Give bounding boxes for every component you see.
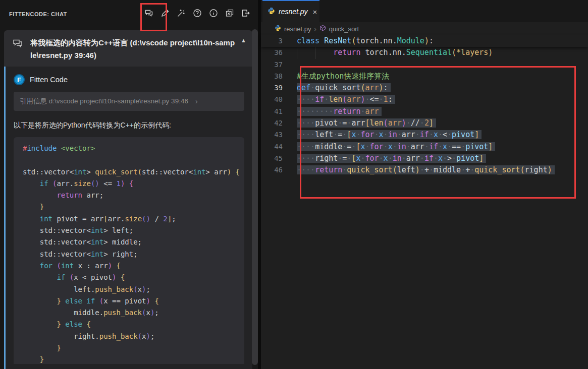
code-token: size <box>125 215 142 223</box>
indent-guide <box>315 47 315 58</box>
assistant-response-card: F Fitten Code 引用信息 d:\vscode project\l10… <box>4 67 252 369</box>
chat-scrollbar-thumb[interactable] <box>252 29 258 365</box>
breadcrumb-symbol[interactable]: quick_sort <box>329 25 359 33</box>
code-token: else <box>65 320 82 328</box>
code-token: 1 <box>117 179 121 188</box>
line-content: right.push_back(x); <box>22 331 154 342</box>
code-line: 46····return·quick_sort(left)·+·middle·+… <box>261 164 588 176</box>
code-token: int <box>40 215 52 223</box>
code-token: <= <box>99 179 117 188</box>
code-token: · <box>342 130 347 139</box>
comment-discussion-icon[interactable] <box>144 9 153 18</box>
code-token: < <box>86 250 90 258</box>
user-question-card[interactable]: 将我框选的内容转为C++语言 (d:\vscode project\l10n-s… <box>4 30 252 67</box>
code-token <box>65 273 69 281</box>
code-token: ; <box>154 309 158 317</box>
code-token <box>23 238 40 246</box>
line-number: 40 <box>261 94 296 105</box>
code-token: { <box>86 320 90 328</box>
code-token: · <box>324 95 329 104</box>
sticky-scroll-line[interactable]: 3class ResNet(torch.nn.Module): <box>261 35 588 47</box>
close-all-windows-icon[interactable] <box>225 9 234 18</box>
edit-pencil-icon[interactable] <box>161 9 170 18</box>
code-token: <vector> <box>61 144 95 152</box>
code-token: #生成python快速排序算法 <box>297 72 389 81</box>
tab-resnet-py[interactable]: resnet.py × <box>262 0 319 22</box>
code-token: quick_sort <box>474 165 520 174</box>
code-token <box>23 297 57 305</box>
code-token: } <box>57 344 61 352</box>
reference-info-box[interactable]: 引用信息 d:\vscode project\l10n-sample\resne… <box>14 92 244 111</box>
code-line: for (int x : arr) { <box>22 260 236 272</box>
code-token: left <box>112 226 129 234</box>
code-token: *layers <box>456 48 488 57</box>
code-token: 2 <box>163 215 167 223</box>
response-intro-text: 以下是将所选的Python代码转换为C++的示例代码: <box>6 111 252 137</box>
code-token: · <box>470 165 474 174</box>
code-token: arr <box>86 191 99 199</box>
code-token: right <box>112 250 133 258</box>
code-token: in <box>397 142 406 151</box>
code-token: for <box>370 142 384 151</box>
code-token: / <box>150 215 163 223</box>
tab-close-icon[interactable]: × <box>313 8 317 16</box>
code-token: ( <box>70 273 74 281</box>
code-token: ( <box>520 165 525 174</box>
code-token <box>23 309 74 317</box>
code-token: ) <box>227 168 231 176</box>
cpp-code-block[interactable]: #include <vector>std::vector<int> quick_… <box>14 137 244 364</box>
code-token: arr <box>57 179 69 188</box>
code-token: . <box>402 48 406 57</box>
line-number: 45 <box>261 153 296 164</box>
help-circle-icon[interactable] <box>193 9 202 18</box>
code-token: · <box>342 142 347 151</box>
line-content: left.push_back(x); <box>22 284 150 295</box>
code-token: ) <box>108 262 112 270</box>
code-token: + <box>465 165 470 174</box>
code-token: · <box>397 130 402 139</box>
line-content: ····if·len(arr)·<=·1: <box>296 94 395 105</box>
code-token: std::vector <box>40 226 87 234</box>
code-token: = <box>78 215 91 223</box>
code-token: arr <box>406 154 420 163</box>
symbol-module-icon <box>319 25 326 33</box>
code-token: for <box>40 262 52 270</box>
magic-wand-icon[interactable] <box>177 9 186 18</box>
code-token: middle <box>74 309 99 317</box>
fitten-code-logo: F <box>14 74 25 85</box>
line-number: 36 <box>261 47 296 58</box>
line-content: middle.push_back(x); <box>22 307 159 319</box>
code-token: if <box>315 95 324 104</box>
code-token: ( <box>342 95 347 104</box>
collapse-triangle-icon[interactable]: ▲ <box>241 37 246 43</box>
code-token: std::vector <box>40 250 87 258</box>
code-token: · <box>424 142 429 151</box>
code-token: if <box>429 142 438 151</box>
code-token: quick_sort <box>315 83 360 92</box>
code-line: left.push_back(x); <box>22 284 236 295</box>
code-token: return <box>333 107 360 116</box>
code-token: ( <box>57 262 61 270</box>
editor-tab-bar: resnet.py × <box>261 0 588 22</box>
editor-code-area[interactable]: 3class ResNet(torch.nn.Module): 36 retur… <box>261 35 588 369</box>
info-circle-icon[interactable] <box>209 9 218 18</box>
code-token: > <box>103 238 112 246</box>
code-token: ···· <box>297 118 315 128</box>
code-line: 40····if·len(arr)·<=·1: <box>261 94 588 105</box>
code-token: > <box>103 250 112 258</box>
code-token: ] <box>488 142 493 151</box>
code-token: Module <box>397 36 424 45</box>
code-token <box>319 36 324 45</box>
sign-out-icon[interactable] <box>241 9 250 18</box>
editor-panel: resnet.py × resnet.py › quick_sort 3clas… <box>261 0 588 369</box>
code-token: for <box>365 154 379 163</box>
code-line: std::vector<int> right; <box>22 249 236 260</box>
breadcrumb-file[interactable]: resnet.py <box>284 25 311 33</box>
bot-name: Fitten Code <box>30 76 68 84</box>
code-token: return <box>333 48 360 57</box>
code-token: · <box>447 130 452 139</box>
code-line: 3class ResNet(torch.nn.Module): <box>261 35 588 47</box>
chat-toolbar <box>144 9 250 18</box>
line-number: 41 <box>261 106 296 117</box>
code-token: if <box>57 273 65 281</box>
